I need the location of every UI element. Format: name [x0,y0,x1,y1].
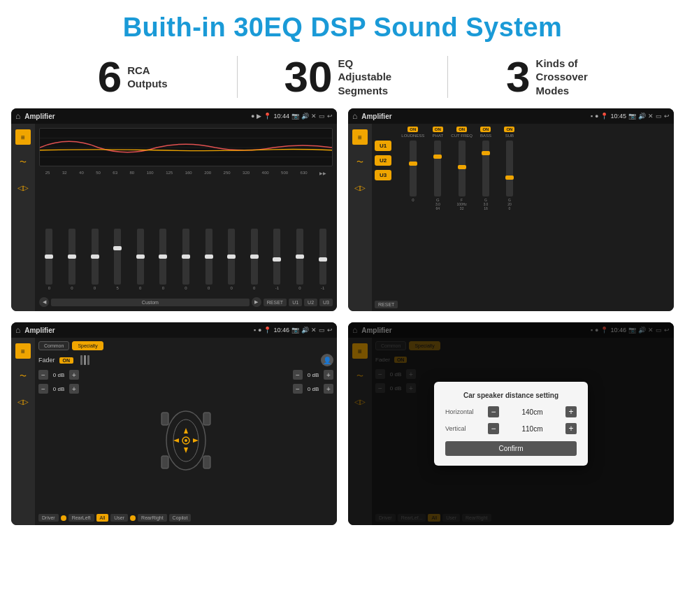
db-plus-4[interactable]: + [324,384,333,394]
bass-label: BASS [480,134,491,138]
fader-label-row: Fader ON 👤 [38,354,333,366]
horizontal-minus-btn[interactable]: − [488,406,499,417]
crossover-sidebar: ≡ 〜 ◁▷ [348,124,372,311]
page-title: Buith-in 30EQ DSP Sound System [0,0,685,50]
vertical-minus-btn[interactable]: − [488,423,499,434]
rect-icon-1: ▭ [319,113,325,120]
bass-on: ON [480,127,491,132]
eq-sidebar: ≡ 〜 ◁▷ [11,124,35,311]
fader-screen-content: ≡ 〜 ◁▷ Common Specialty Fader ON [11,338,337,525]
time-1: 10:44 [273,113,289,120]
sub-col: ON SUB G 20 0 [499,127,520,308]
cutfreq-on: ON [456,127,467,132]
eq-controls: ◀ Custom ▶ RESET U1 U2 U3 [39,297,333,307]
eq-sidebar-vol-icon[interactable]: ◁▷ [15,180,31,195]
cam-icon-2: 📷 [628,113,636,120]
eq-custom-btn[interactable]: Custom [51,299,250,306]
crossover-sidebar-eq-icon[interactable]: ≡ [352,129,368,145]
tab-specialty[interactable]: Specialty [72,341,103,350]
eq-prev-btn[interactable]: ◀ [39,297,49,307]
db-minus-2[interactable]: − [38,384,48,394]
svg-marker-13 [173,438,179,443]
svg-rect-7 [161,456,168,468]
db-minus-4[interactable]: − [293,384,303,394]
fader-main-area: Common Specialty Fader ON 👤 [35,338,337,525]
confirm-button[interactable]: Confirm [445,441,577,456]
bass-slider[interactable] [482,141,489,196]
crossover-reset-btn[interactable]: RESET [375,301,398,308]
fader-on-btn[interactable]: ON [59,357,74,364]
stat-rca: 6 RCAOutputs [42,55,223,99]
all-btn[interactable]: All [96,514,109,522]
stat-crossover-label: Kinds ofCrossover Modes [536,57,599,98]
play-icon-1: ▶ [257,113,261,120]
home-icon-1[interactable]: ⌂ [15,111,20,121]
eq-next-btn[interactable]: ▶ [252,297,261,307]
eq-sidebar-eq-icon[interactable]: ≡ [15,129,31,145]
loudness-on: ON [408,127,418,132]
screen-title-1: Amplifier [24,113,247,120]
db-plus-1[interactable]: + [69,370,79,380]
stat-eq-number: 30 [284,55,333,99]
rearright-btn[interactable]: RearRight [138,514,167,522]
fader-text: Fader [38,357,55,364]
bass-col: ON BASS G 3.0 16 [475,127,496,308]
crossover-sidebar-vol-icon[interactable]: ◁▷ [352,180,368,195]
user-btn[interactable]: User [110,514,128,522]
db-value-4: 0 dB [305,386,322,392]
eq-reset-btn[interactable]: RESET [264,299,287,306]
crossover-main-area: U1 U2 U3 RESET ON LOUDNESS [372,124,674,311]
x-icon-3: ✕ [311,327,317,334]
back-icon-3: ↩ [327,327,333,334]
rect2-icon-3: ▭ [319,327,325,334]
u3-button[interactable]: U3 [375,170,391,180]
fader-sidebar: ≡ 〜 ◁▷ [11,338,35,525]
home-icon-3[interactable]: ⌂ [15,325,20,335]
status-bar-3: ⌂ Amplifier ▪ ● 📍 10:46 📷 🔊 ✕ ▭ ↩ [11,322,337,338]
db-plus-3[interactable]: + [324,370,333,380]
sub-slider[interactable] [506,141,513,196]
profile-icon-3[interactable]: 👤 [321,354,333,366]
eq-u3-btn[interactable]: U3 [319,299,333,306]
stat-rca-label: RCAOutputs [127,64,168,91]
phat-slider[interactable] [434,141,441,196]
page-wrapper: Buith-in 30EQ DSP Sound System 6 RCAOutp… [0,0,685,525]
dialog-screen-card: ⌂ Amplifier ▪ ● 📍 10:46 📷 🔊 ✕ ▭ ↩ ≡ 〜 [348,322,674,525]
u1-button[interactable]: U1 [375,141,391,151]
fader-sidebar-vol-icon[interactable]: ◁▷ [15,394,31,409]
dot-icon-3: ● [258,327,261,334]
fader-sidebar-wave-icon[interactable]: 〜 [15,368,31,384]
fader-sidebar-eq-icon[interactable]: ≡ [15,343,31,359]
db-row-2: − 0 dB + [38,384,79,394]
eq-u1-btn[interactable]: U1 [289,299,302,306]
status-icons-3: ▪ ● 📍 10:46 📷 🔊 ✕ ▭ ↩ [254,327,333,334]
x-icon-2: ✕ [648,113,654,120]
rearleft-btn[interactable]: RearLeft [68,514,94,522]
dialog-title: Car speaker distance setting [445,392,577,399]
horizontal-plus-btn[interactable]: + [565,406,577,417]
eq-sidebar-wave-icon[interactable]: 〜 [15,155,31,170]
svg-marker-14 [193,438,199,443]
loudness-slider[interactable] [410,141,417,196]
pin-icon-1: 📍 [264,113,271,120]
db-plus-2[interactable]: + [69,384,79,394]
vol-icon-3: 🔊 [301,327,309,334]
copilot-btn[interactable]: Copilot [169,514,192,522]
driver-btn[interactable]: Driver [38,514,59,522]
db-minus-1[interactable]: − [38,370,48,380]
rect-icon-3: ▪ [254,327,256,334]
home-icon-2[interactable]: ⌂ [352,111,357,121]
u2-button[interactable]: U2 [375,155,391,166]
crossover-screen-card: ⌂ Amplifier ▪ ● 📍 10:45 📷 🔊 ✕ ▭ ↩ ≡ 〜 [348,108,674,311]
vertical-plus-btn[interactable]: + [565,423,577,434]
db-row-1: − 0 dB + [38,370,79,380]
cutfreq-slider[interactable] [459,141,466,196]
tab-common[interactable]: Common [38,341,69,350]
crossover-sidebar-wave-icon[interactable]: 〜 [352,155,368,170]
phat-label: PHAT [433,134,444,138]
bottom-labels: Driver RearLeft All User RearRight Copil… [38,514,333,522]
eq-u2-btn[interactable]: U2 [304,299,317,306]
db-minus-3[interactable]: − [293,370,303,380]
stat-crossover: 3 Kinds ofCrossover Modes [462,55,643,99]
cutfreq-label: CUT FREQ [451,134,473,138]
